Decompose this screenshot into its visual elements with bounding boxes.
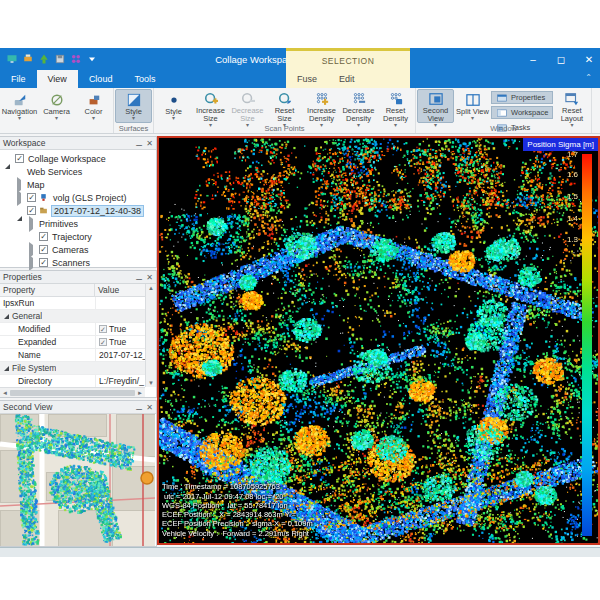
tree-item-trajectory[interactable]: ✓Trajectory [0, 230, 156, 243]
tree-item-cameras[interactable]: ✓Cameras [0, 243, 156, 256]
expander-closed-icon[interactable] [16, 193, 25, 203]
increase-size-button[interactable]: Increase Size▾ [192, 89, 229, 123]
checkbox-checked[interactable]: ✓ [27, 193, 36, 202]
split-view-button[interactable]: Split View▾ [454, 89, 491, 123]
pin-icon[interactable]: ⚊ [135, 139, 142, 148]
tree-item-label: Cameras [50, 245, 91, 255]
property-row-ipsxrun[interactable]: IpsxRun [0, 297, 145, 310]
second-view-button[interactable]: Second View▾ [417, 89, 454, 123]
tab-edit[interactable]: Edit [328, 70, 366, 88]
property-name: Modified [18, 324, 50, 334]
tab-cloud[interactable]: Cloud [78, 70, 124, 88]
increase-density-button[interactable]: Increase Density▾ [303, 89, 340, 123]
print-icon[interactable] [21, 53, 34, 66]
modules-icon[interactable] [69, 53, 82, 66]
property-row-modified[interactable]: Modified✓True [0, 323, 145, 336]
column-header-property[interactable]: Property [0, 284, 95, 296]
close-button[interactable]: ✕ [582, 54, 596, 65]
telemetry-line: Vehicle Velocity : Forward = 2.291m/s Ri… [162, 529, 313, 538]
workspace-panel-title: Workspace [3, 138, 45, 148]
tree-item-label: Web Services [25, 167, 84, 177]
checkbox-checked[interactable]: ✓ [39, 258, 48, 267]
tab-tools[interactable]: Tools [123, 70, 166, 88]
style-button[interactable]: Style▾ [155, 89, 192, 123]
gls-project-icon [38, 193, 49, 202]
property-name: Expanded [18, 337, 56, 347]
tree-item-map[interactable]: Map [0, 178, 156, 191]
color-button[interactable]: Color▾ [75, 89, 112, 123]
main-3d-viewport[interactable]: Position Sigma [m] 1.71.61.51.41.3 Time … [157, 136, 600, 545]
property-row-expanded[interactable]: Expanded✓True [0, 336, 145, 349]
tab-file[interactable]: File [0, 70, 37, 88]
expander-closed-icon[interactable] [28, 245, 37, 255]
title-bar: Collage Workspace* - MAGNET Collage SELE… [0, 48, 600, 70]
second-view-map[interactable] [0, 414, 155, 546]
properties-icon [496, 93, 508, 103]
checkbox-checked[interactable]: ✓ [27, 206, 36, 215]
tree-item-web-services[interactable]: Web Services [0, 165, 156, 178]
properties-toggle[interactable]: Properties [491, 91, 553, 104]
button-label: Decrease Size [230, 107, 265, 123]
expander-open-icon[interactable] [16, 206, 25, 216]
property-row-file-system[interactable]: File System [0, 362, 145, 375]
tree-item-primitives[interactable]: Primitives [0, 217, 156, 230]
telemetry-line: utc = 2017-Jul-12 09:47:08 loc = '20 [162, 492, 313, 501]
close-icon[interactable]: ✕ [146, 403, 153, 412]
close-icon[interactable]: ✕ [146, 139, 153, 148]
style-button[interactable]: Style▾ [115, 89, 152, 123]
tree-item-volg-gls-project-[interactable]: ✓volg (GLS Project) [0, 191, 156, 204]
property-row-general[interactable]: General [0, 310, 145, 323]
telemetry-line: Time : Timestamp = 108705925763 [162, 482, 313, 491]
colorbar-gradient [582, 154, 592, 536]
minimize-button[interactable]: – [526, 54, 540, 65]
import-icon[interactable] [37, 53, 50, 66]
ribbon-tabs: FileViewCloudTools [0, 70, 166, 88]
properties-panel: Properties ⚊ ✕ PropertyValue IpsxRunGene… [0, 270, 157, 398]
checkbox-checked[interactable]: ✓ [39, 232, 48, 241]
properties-panel-header: Properties ⚊ ✕ [0, 271, 156, 284]
button-label: Second View [418, 107, 453, 123]
tree-item-collage-workspace[interactable]: ✓Collage Workspace [0, 152, 156, 165]
property-row-name[interactable]: Name2017-07-12_12-40-38 [0, 349, 145, 362]
expander-open-icon[interactable] [4, 154, 13, 164]
camera-icon [48, 92, 65, 107]
checkbox-checked[interactable]: ✓ [39, 245, 48, 254]
expander-closed-icon[interactable] [28, 219, 37, 229]
maximize-button[interactable]: ◻ [554, 54, 568, 65]
workspace-panel: Workspace ⚊ ✕ ✓Collage WorkspaceWeb Serv… [0, 136, 157, 268]
tab-fuse[interactable]: Fuse [286, 70, 328, 88]
expander-closed-icon[interactable] [28, 258, 37, 268]
camera-button[interactable]: Camera▾ [38, 89, 75, 123]
navigation-button[interactable]: Navigation▾ [1, 89, 38, 123]
surface-style-icon [125, 92, 142, 107]
tree-item-2017-07-12-12-40-38[interactable]: ✓2017-07-12_12-40-38 [0, 204, 156, 217]
decrease-density-icon [350, 92, 367, 106]
ribbon-group-label: Scan Points [154, 124, 415, 133]
button-label: Increase Density [304, 107, 339, 123]
pin-icon[interactable]: ⚊ [135, 273, 142, 282]
tree-item-scanners[interactable]: ✓Scanners [0, 256, 156, 269]
save-icon[interactable] [53, 53, 66, 66]
run-icon [38, 206, 49, 215]
reset-size-button[interactable]: Reset Size▾ [266, 89, 303, 123]
checkbox-checked[interactable]: ✓ [15, 154, 24, 163]
ribbon-collapse-icon[interactable]: ⌃ [585, 73, 592, 82]
pin-icon[interactable]: ⚊ [135, 403, 142, 412]
reset-density-button[interactable]: Reset Density▾ [377, 89, 414, 123]
vertical-scrollbar[interactable]: ▲▼ [145, 284, 156, 387]
property-name: IpsxRun [3, 298, 34, 308]
qat-dropdown-icon[interactable] [85, 53, 98, 66]
tab-view[interactable]: View [37, 70, 78, 88]
horizontal-scrollbar[interactable]: ◄► [0, 387, 145, 397]
workspace-toggle[interactable]: Workspace [491, 106, 553, 119]
close-icon[interactable]: ✕ [146, 273, 153, 282]
button-label: Reset Size [267, 107, 302, 123]
properties-panel-title: Properties [3, 272, 42, 282]
app-icon[interactable] [5, 53, 18, 66]
telemetry-line: WGS-84 Position : lat = 55.78417 lon [162, 501, 313, 510]
expander-closed-icon[interactable] [16, 180, 25, 190]
tree-item-label: Collage Workspace [26, 154, 108, 164]
reset-layout-button[interactable]: Reset Layout▾ [553, 89, 590, 123]
property-name: General [12, 311, 42, 321]
decrease-density-button[interactable]: Decrease Density▾ [340, 89, 377, 123]
